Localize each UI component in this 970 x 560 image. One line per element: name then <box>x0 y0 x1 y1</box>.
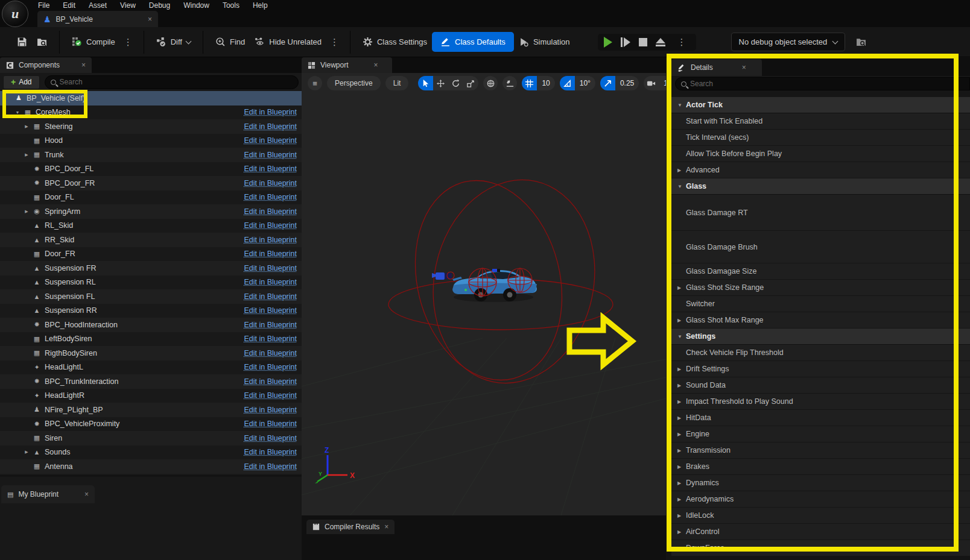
edit-in-blueprint-link[interactable]: Edit in Blueprint <box>244 122 297 131</box>
component-row-bpc-trunkinteraction[interactable]: ✸BPC_TrunkInteractionEdit in Blueprint <box>0 374 302 389</box>
tab-my-blueprint[interactable]: ▤ My Blueprint × <box>1 485 95 503</box>
viewport-options-icon[interactable]: ≡ <box>308 76 322 90</box>
tab-bp-vehicle[interactable]: ♟ BP_Vehicle × <box>37 11 158 27</box>
details-row-check-vehicle-flip-threshold[interactable]: Check Vehicle Flip Threshold <box>671 345 970 361</box>
details-row-aircontrol[interactable]: ▶AirControl <box>671 524 970 540</box>
component-row-door-fr[interactable]: ▦Door_FREdit in Blueprint <box>0 247 302 262</box>
close-icon[interactable]: × <box>373 61 378 69</box>
expander-down-icon[interactable]: ▼ <box>13 110 22 115</box>
details-row-dynamics[interactable]: ▶Dynamics <box>671 475 970 491</box>
angle-snap-value[interactable]: 10° <box>575 79 595 87</box>
component-row-headlightl[interactable]: ✦HeadLightLEdit in Blueprint <box>0 360 302 375</box>
viewport-canvas[interactable]: ≡ Perspective Lit 10 10° <box>302 73 666 515</box>
component-row-leftbodysiren[interactable]: ▦LeftBodySirenEdit in Blueprint <box>0 332 302 347</box>
menu-window[interactable]: Window <box>177 0 216 11</box>
menu-help[interactable]: Help <box>246 0 274 11</box>
edit-in-blueprint-link[interactable]: Edit in Blueprint <box>244 321 297 329</box>
details-row-brakes[interactable]: ▶Brakes <box>671 459 970 475</box>
edit-in-blueprint-link[interactable]: Edit in Blueprint <box>244 165 297 173</box>
expander-right-icon[interactable]: ▶ <box>22 153 31 157</box>
component-row-bpc-door-fl[interactable]: ✸BPC_Door_FLEdit in Blueprint <box>0 162 302 177</box>
details-row-tick-interval-secs-[interactable]: Tick Interval (secs) <box>671 130 970 146</box>
details-row-allow-tick-before-begin-play[interactable]: Allow Tick Before Begin Play <box>671 146 970 162</box>
frame-skip-icon[interactable] <box>621 37 630 47</box>
edit-in-blueprint-link[interactable]: Edit in Blueprint <box>244 179 297 187</box>
menu-file[interactable]: File <box>31 0 56 11</box>
component-row-nfire-plight-bp[interactable]: ♟NFire_PLight_BPEdit in Blueprint <box>0 403 302 417</box>
expander-right-icon[interactable]: ▶ <box>22 209 31 214</box>
component-row-sounds[interactable]: ▶▲SoundsEdit in Blueprint <box>0 445 302 460</box>
details-row-glass-damagae-size[interactable]: Glass Damagae Size <box>671 263 970 280</box>
details-row-impact-threshold-to-play-sound[interactable]: ▶Impact Threshold to Play Sound <box>671 394 970 410</box>
edit-in-blueprint-link[interactable]: Edit in Blueprint <box>244 420 297 428</box>
class-settings-button[interactable]: Class Settings <box>358 33 432 51</box>
edit-in-blueprint-link[interactable]: Edit in Blueprint <box>244 391 297 400</box>
component-row-suspension-rl[interactable]: ▲Suspension RLEdit in Blueprint <box>0 275 302 290</box>
edit-in-blueprint-link[interactable]: Edit in Blueprint <box>244 151 297 159</box>
tab-viewport[interactable]: Viewport × <box>302 57 392 73</box>
debug-object-dropdown[interactable]: No debug object selected <box>731 33 846 51</box>
edit-in-blueprint-link[interactable]: Edit in Blueprint <box>244 108 297 116</box>
details-search-input[interactable] <box>690 80 964 88</box>
angle-snap-icon[interactable] <box>560 76 575 90</box>
details-search[interactable] <box>675 77 970 90</box>
menu-asset[interactable]: Asset <box>82 0 113 11</box>
menu-debug[interactable]: Debug <box>142 0 177 11</box>
details-row-aerodynamics[interactable]: ▶Aerodynamics <box>671 491 970 508</box>
find-button[interactable]: Find <box>211 33 250 51</box>
save-button[interactable] <box>12 33 32 51</box>
tab-details[interactable]: Details × <box>671 59 762 76</box>
unreal-engine-logo-icon[interactable]: u <box>2 1 28 27</box>
component-row-rigthbodysiren[interactable]: ▦RigthBodySirenEdit in Blueprint <box>0 346 302 360</box>
edit-in-blueprint-link[interactable]: Edit in Blueprint <box>244 250 297 258</box>
add-component-button[interactable]: + Add <box>3 75 40 89</box>
play-options-kebab-icon[interactable]: ⋮ <box>674 37 690 48</box>
stop-icon[interactable] <box>639 38 647 46</box>
component-row-coremesh[interactable]: ▼▦CoreMeshEdit in Blueprint <box>0 105 302 120</box>
component-row-siren[interactable]: ▦SirenEdit in Blueprint <box>0 431 302 445</box>
camera-speed-value[interactable]: 1 <box>659 79 666 87</box>
move-tool-icon[interactable] <box>433 76 448 90</box>
edit-in-blueprint-link[interactable]: Edit in Blueprint <box>244 406 297 414</box>
camera-icon[interactable] <box>644 76 659 90</box>
perspective-button[interactable]: Perspective <box>327 76 381 90</box>
component-row-steering[interactable]: ▶▦SteeringEdit in Blueprint <box>0 119 302 134</box>
scale-tool-icon[interactable] <box>463 76 478 90</box>
edit-in-blueprint-link[interactable]: Edit in Blueprint <box>244 264 297 272</box>
edit-in-blueprint-link[interactable]: Edit in Blueprint <box>244 278 297 286</box>
component-row-bpc-door-fr[interactable]: ✸BPC_Door_FREdit in Blueprint <box>0 176 302 190</box>
details-row-start-with-tick-enabled[interactable]: Start with Tick Enabled <box>671 113 970 130</box>
edit-in-blueprint-link[interactable]: Edit in Blueprint <box>244 236 297 244</box>
component-row-bpc-vehicleproximity[interactable]: ✸BPC_VehicleProximityEdit in Blueprint <box>0 417 302 432</box>
simulation-button[interactable]: Simulation <box>514 33 575 51</box>
close-icon[interactable]: × <box>84 490 89 499</box>
class-defaults-button[interactable]: Class Defaults <box>432 32 514 52</box>
menu-edit[interactable]: Edit <box>56 0 82 11</box>
expander-right-icon[interactable]: ▶ <box>22 124 31 129</box>
close-icon[interactable]: × <box>81 61 86 69</box>
compile-button[interactable]: Compile <box>67 33 120 51</box>
diff-button[interactable]: Diff <box>151 33 195 51</box>
edit-in-blueprint-link[interactable]: Edit in Blueprint <box>244 335 297 343</box>
details-row-glass-damage-rt[interactable]: Glass Damage RT <box>671 195 970 231</box>
details-row-transmission[interactable]: ▶Transmission <box>671 442 970 459</box>
edit-in-blueprint-link[interactable]: Edit in Blueprint <box>244 292 297 301</box>
details-row-sound-data[interactable]: ▶Sound Data <box>671 377 970 394</box>
edit-in-blueprint-link[interactable]: Edit in Blueprint <box>244 136 297 145</box>
component-row-suspension-fr[interactable]: ▲Suspension FREdit in Blueprint <box>0 261 302 275</box>
details-category-settings[interactable]: ▼Settings <box>671 329 970 345</box>
edit-in-blueprint-link[interactable]: Edit in Blueprint <box>244 434 297 442</box>
details-row-idlelock[interactable]: ▶IdleLock <box>671 508 970 524</box>
component-row-bpc-hoodinteraction[interactable]: ✸BPC_HoodInteractionEdit in Blueprint <box>0 318 302 332</box>
details-row-engine[interactable]: ▶Engine <box>671 426 970 442</box>
rotate-tool-icon[interactable] <box>448 76 463 90</box>
browse-asset-button[interactable] <box>32 33 52 51</box>
component-row-antenna[interactable]: ▦AntennaEdit in Blueprint <box>0 459 302 474</box>
expander-right-icon[interactable]: ▶ <box>22 450 31 455</box>
details-row-glass-shot-size-range[interactable]: ▶Glass Shot Size Range <box>671 280 970 296</box>
edit-in-blueprint-link[interactable]: Edit in Blueprint <box>244 448 297 456</box>
details-row-hitdata[interactable]: ▶HitData <box>671 410 970 426</box>
grid-snap-value[interactable]: 10 <box>537 79 554 87</box>
component-row-rr-skid[interactable]: ▲RR_SkidEdit in Blueprint <box>0 233 302 247</box>
scale-snap-icon[interactable] <box>600 76 615 90</box>
